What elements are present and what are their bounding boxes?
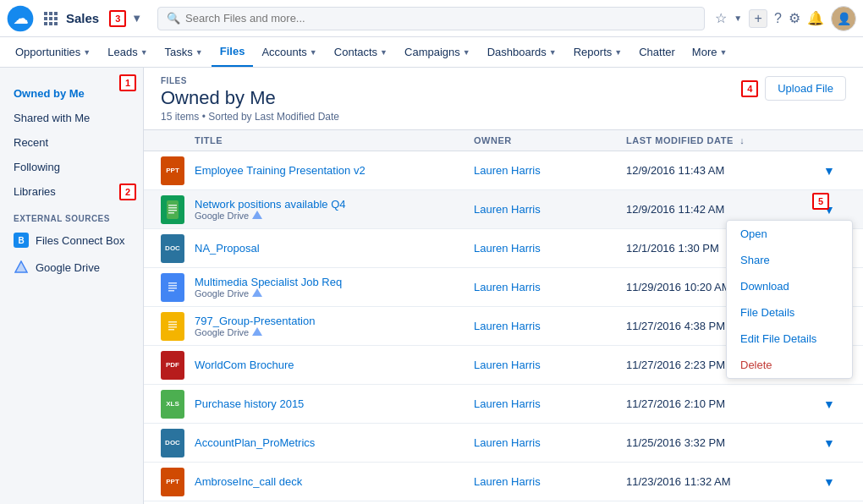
menu-item-edit-file-details[interactable]: Edit File Details: [727, 326, 852, 352]
svg-text:☁: ☁: [14, 10, 28, 26]
nav-item-dashboards[interactable]: Dashboards▼: [479, 37, 565, 68]
chevron-tasks: ▼: [195, 48, 203, 57]
svg-rect-5: [44, 17, 47, 20]
svg-rect-20: [168, 282, 177, 284]
file-icon-doc-8: DOC: [161, 429, 184, 457]
file-owner-1[interactable]: Lauren Harris: [474, 164, 626, 177]
dropdown-btn-1[interactable]: ▼: [812, 164, 846, 178]
grid-icon[interactable]: [41, 8, 61, 29]
file-title-6[interactable]: WorldCom Brochure: [195, 359, 474, 371]
file-date-2: 12/9/2016 11:42 AM: [626, 203, 812, 216]
chevron-opportunities: ▼: [83, 48, 91, 57]
file-icon-xls-7: XLS: [161, 390, 184, 419]
file-owner-6[interactable]: Lauren Harris: [474, 359, 626, 371]
file-owner-4[interactable]: Lauren Harris: [474, 281, 626, 293]
upload-file-button[interactable]: Upload File: [765, 76, 846, 101]
app-name: Sales: [66, 11, 99, 25]
file-title-3[interactable]: NA_Proposal: [195, 242, 474, 255]
nav-item-chatter[interactable]: Chatter: [630, 37, 684, 68]
file-owner-7[interactable]: Lauren Harris: [474, 397, 626, 410]
nav-item-campaigns[interactable]: Campaigns▼: [396, 37, 479, 68]
file-title-8[interactable]: AccountPlan_ProMetrics: [195, 436, 474, 449]
svg-rect-14: [168, 205, 177, 206]
bell-icon[interactable]: 🔔: [807, 10, 824, 26]
file-source-2: Google Drive: [195, 211, 474, 221]
files-connect-box-icon: B: [14, 233, 29, 248]
svg-rect-26: [168, 321, 177, 323]
svg-rect-2: [44, 12, 47, 15]
main-header: FILES Owned by Me 15 items • Sorted by L…: [144, 68, 863, 130]
sidebar-item-recent[interactable]: Recent: [0, 130, 143, 155]
menu-item-delete[interactable]: Delete: [727, 352, 852, 378]
nav-item-files[interactable]: Files: [212, 37, 254, 68]
file-title-5[interactable]: 797_Group-Presentation Google Drive: [195, 315, 474, 337]
file-owner-3[interactable]: Lauren Harris: [474, 242, 626, 255]
svg-rect-22: [168, 288, 177, 289]
file-table: TITLE OWNER LAST MODIFIED DATE ↓ PPT Emp…: [144, 130, 863, 504]
sidebar-item-libraries[interactable]: Libraries 2: [0, 179, 143, 204]
search-input[interactable]: [185, 12, 695, 25]
dropdown-btn-9[interactable]: ▼: [812, 475, 846, 489]
file-owner-5[interactable]: Lauren Harris: [474, 320, 626, 332]
file-icon-gdoc-4: [161, 273, 184, 302]
nav-item-tasks[interactable]: Tasks▼: [157, 37, 212, 68]
star-dropdown-icon[interactable]: ▼: [734, 14, 742, 23]
file-title-7[interactable]: Purchase history 2015: [195, 397, 474, 410]
svg-marker-12: [15, 261, 27, 272]
sidebar-item-files-connect-box[interactable]: B Files Connect Box: [0, 227, 143, 254]
svg-rect-3: [49, 12, 52, 15]
search-icon: 🔍: [167, 12, 180, 25]
plus-icon[interactable]: +: [749, 9, 767, 28]
page-title: Owned by Me: [161, 87, 339, 109]
avatar[interactable]: 👤: [831, 6, 856, 31]
table-row: PPT AmbroseInc_call deck Lauren Harris 1…: [144, 463, 863, 501]
file-owner-8[interactable]: Lauren Harris: [474, 436, 626, 449]
menu-item-open[interactable]: Open: [727, 221, 852, 247]
svg-rect-17: [168, 212, 174, 214]
file-icon-doc-3: DOC: [161, 234, 184, 263]
sidebar-item-shared-with-me[interactable]: Shared with Me: [0, 106, 143, 130]
menu-item-download[interactable]: Download: [727, 273, 852, 299]
dropdown-btn-2[interactable]: ▼ 5 Open Share Download File Details Edi…: [812, 203, 846, 216]
star-icon[interactable]: ☆: [715, 10, 727, 26]
dropdown-btn-8[interactable]: ▼: [812, 436, 846, 450]
menu-item-file-details[interactable]: File Details: [727, 299, 852, 326]
dropdown-menu: Open Share Download File Details Edit Fi…: [726, 220, 853, 379]
annotation-3: 3: [109, 10, 126, 27]
svg-marker-30: [252, 327, 262, 336]
gear-icon[interactable]: ⚙: [789, 10, 800, 26]
top-nav: ☁ Sales 3 ▼ 🔍 ☆ ▼ + ? ⚙ 🔔 👤: [0, 0, 863, 37]
nav-dropdown-chevron[interactable]: ▼: [131, 12, 142, 25]
file-date-9: 11/23/2016 11:32 AM: [626, 475, 812, 488]
svg-rect-15: [168, 207, 177, 209]
menu-item-share[interactable]: Share: [727, 247, 852, 273]
nav-item-reports[interactable]: Reports▼: [565, 37, 630, 68]
file-title-2[interactable]: Network positions available Q4 Google Dr…: [195, 198, 474, 221]
file-date-8: 11/25/2016 3:32 PM: [626, 436, 812, 449]
nav-item-accounts[interactable]: Accounts▼: [253, 37, 325, 68]
annotation-1: 1: [119, 74, 136, 91]
help-icon[interactable]: ?: [774, 11, 782, 26]
file-title-4[interactable]: Multimedia Specialist Job Req Google Dri…: [195, 276, 474, 299]
sidebar-item-following[interactable]: Following: [0, 155, 143, 179]
nav-item-more[interactable]: More▼: [684, 37, 736, 68]
nav-item-contacts[interactable]: Contacts▼: [326, 37, 396, 68]
files-label: FILES: [161, 76, 339, 85]
file-title-9[interactable]: AmbroseInc_call deck: [195, 475, 474, 488]
sf-logo[interactable]: ☁: [7, 5, 34, 32]
svg-rect-9: [49, 22, 52, 25]
file-owner-9[interactable]: Lauren Harris: [474, 475, 626, 488]
annotation-5: 5: [812, 193, 829, 210]
file-owner-2[interactable]: Lauren Harris: [474, 203, 626, 216]
page-subtitle: 15 items • Sorted by Last Modified Date: [161, 111, 339, 123]
nav-item-leads[interactable]: Leads▼: [99, 37, 156, 68]
nav-item-opportunities[interactable]: Opportunities▼: [7, 37, 99, 68]
dropdown-btn-7[interactable]: ▼: [812, 397, 846, 411]
chevron-reports: ▼: [614, 48, 622, 57]
main-content: FILES Owned by Me 15 items • Sorted by L…: [144, 68, 863, 504]
col-title: TITLE: [195, 135, 474, 145]
top-right-icons: ☆ ▼ + ? ⚙ 🔔 👤: [715, 6, 856, 31]
file-title-1[interactable]: Employee Training Presentation v2: [195, 164, 474, 177]
sidebar-item-google-drive[interactable]: Google Drive: [0, 254, 143, 281]
search-bar: 🔍: [157, 7, 705, 30]
